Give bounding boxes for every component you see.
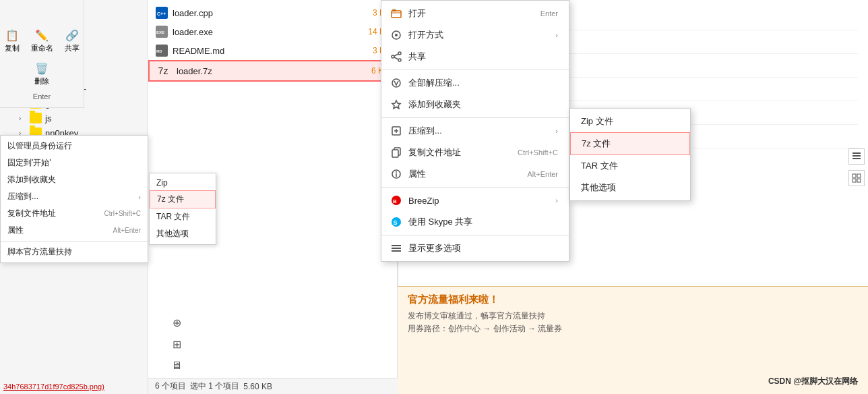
mini-menu-shortcut: Alt+Enter <box>113 227 141 234</box>
file-item-loader-cpp[interactable]: C++ loader.cpp 3 KB <box>148 3 397 22</box>
folder-icon <box>30 113 42 123</box>
bottom-icon-2[interactable]: ⊞ <box>168 336 185 352</box>
properties-icon <box>390 167 403 181</box>
menu-shortcut: Ctrl+Shift+C <box>518 148 558 157</box>
context-menu-item-properties[interactable]: 属性 Alt+Enter <box>381 163 569 185</box>
menu-shortcut: Enter <box>540 9 558 18</box>
menu-label: 打开方式 <box>408 29 443 41</box>
menu-label: 添加到收藏夹 <box>408 98 461 111</box>
right-sidebar-icons <box>848 148 865 186</box>
promo-desc-2: 用券路径：创作中心 → 创作活动 → 流量券 <box>408 322 858 335</box>
mini-menu-script[interactable]: 脚本官方流量扶持 <box>1 244 148 260</box>
shortcut-label: Enter <box>33 92 51 101</box>
mini-submenu-tar[interactable]: TAR 文件 <box>150 208 216 225</box>
svg-marker-16 <box>392 101 400 109</box>
toolbar-label: 重命名 <box>31 43 53 53</box>
svg-rect-31 <box>852 155 861 157</box>
toolbar-delete-btn[interactable]: 🗑️ 删除 <box>30 59 53 89</box>
mini-menu-shortcut: Ctrl+Shift+C <box>104 210 141 217</box>
context-menu-item-openwith[interactable]: 打开方式 › <box>381 24 569 46</box>
svg-rect-29 <box>392 250 401 252</box>
svg-rect-32 <box>852 158 861 159</box>
svg-rect-28 <box>392 248 401 249</box>
context-menu-item-skype[interactable]: S 使用 Skype 共享 <box>381 211 569 233</box>
svg-point-22 <box>396 171 397 173</box>
selected-count: 选中 1 个项目 <box>190 381 239 392</box>
svg-rect-7 <box>392 9 396 11</box>
svg-point-11 <box>392 55 394 58</box>
extract-icon <box>390 76 403 90</box>
share-icon <box>390 50 403 63</box>
mini-menu-label: 复制文件地址 <box>7 208 56 219</box>
mini-submenu-zip[interactable]: Zip <box>150 175 216 190</box>
link-text: 34h7683717d1f97cd825b.png) <box>3 383 104 391</box>
submenu-item-tar[interactable]: TAR 文件 <box>570 155 690 177</box>
mini-menu-pin[interactable]: 固定到'开始' <box>1 154 148 171</box>
md-file-icon: MD <box>155 44 168 57</box>
open-icon <box>390 7 403 20</box>
mini-menu-label: 属性 <box>7 225 24 236</box>
context-menu-item-more[interactable]: 显示更多选项 <box>381 237 569 259</box>
submenu-label: TAR 文件 <box>581 160 618 172</box>
context-menu-item-share[interactable]: 共享 <box>381 46 569 67</box>
svg-text:C++: C++ <box>157 11 166 16</box>
file-item-readme[interactable]: MD README.md 3 KB <box>148 41 397 60</box>
submenu-label: Zip 文件 <box>581 115 613 128</box>
file-name: loader.cpp <box>173 8 213 18</box>
bottom-icon-1[interactable]: ⊕ <box>168 314 185 331</box>
promo-area: 官方流量福利来啦！ 发布博文审核通过，畅享官方流量扶持 用券路径：创作中心 → … <box>398 286 868 394</box>
context-menu-item-open[interactable]: 打开 Enter <box>381 3 569 24</box>
sidebar-item-js[interactable]: › js <box>0 111 148 125</box>
mini-submenu-label: 7z 文件 <box>157 194 184 205</box>
promo-desc-1: 发布博文审核通过，畅享官方流量扶持 <box>408 310 858 322</box>
mini-submenu-label: TAR 文件 <box>156 211 190 223</box>
svg-point-9 <box>395 34 398 36</box>
submenu-item-7z[interactable]: 7z 文件 <box>570 132 690 155</box>
mini-submenu-label: 其他选项 <box>156 228 189 240</box>
toolbar-label: 删除 <box>34 76 49 86</box>
submenu-label: 7z 文件 <box>582 138 611 150</box>
mini-menu-favorite[interactable]: 添加到收藏夹 <box>1 171 148 188</box>
delete-icon: 🗑️ <box>35 62 49 75</box>
mini-submenu-label: Zip <box>156 178 168 188</box>
svg-rect-36 <box>857 179 861 182</box>
context-menu-item-copypath[interactable]: 复制文件地址 Ctrl+Shift+C <box>381 142 569 163</box>
list-view-icon[interactable] <box>848 148 865 165</box>
toolbar-label: 复制 <box>5 43 20 53</box>
copypath-icon <box>390 146 403 159</box>
copy-icon: 📋 <box>5 29 19 42</box>
submenu-item-zip[interactable]: Zip 文件 <box>570 111 690 132</box>
context-menu-item-breezip[interactable]: B BreeZip › <box>381 190 569 211</box>
separator <box>381 69 569 70</box>
compress-icon <box>390 124 403 138</box>
file-item-loader-exe[interactable]: EXE loader.exe 14 KB <box>148 22 397 41</box>
svg-rect-35 <box>852 179 856 182</box>
context-menu-item-favorite[interactable]: 添加到收藏夹 <box>381 94 569 115</box>
mini-menu-admin[interactable]: 以管理员身份运行 <box>1 138 148 154</box>
toolbar-rename-btn[interactable]: ✏️ 重命名 <box>27 26 57 56</box>
selected-size: 5.60 KB <box>243 382 272 391</box>
grid-view-icon[interactable] <box>848 170 865 186</box>
menu-label: 使用 Skype 共享 <box>408 216 472 228</box>
mini-menu-copypath[interactable]: 复制文件地址 Ctrl+Shift+C <box>1 205 148 222</box>
submenu-item-other[interactable]: 其他选项 <box>570 177 690 198</box>
mini-menu-compress[interactable]: 压缩到... › Zip 7z 文件 TAR 文件 其他选项 <box>1 188 148 205</box>
submenu-arrow-icon: › <box>555 127 558 135</box>
bottom-icon-3[interactable]: 🖥 <box>168 358 185 374</box>
mini-menu-properties[interactable]: 属性 Alt+Enter <box>1 222 148 239</box>
toolbar-copy-btn[interactable]: 📋 复制 <box>1 26 24 56</box>
submenu-arrow-icon: › <box>555 31 558 39</box>
svg-text:B: B <box>393 198 397 204</box>
svg-line-13 <box>394 54 398 56</box>
mini-submenu-7z[interactable]: 7z 文件 <box>150 190 216 208</box>
context-menu-item-compress[interactable]: 压缩到... › <box>381 120 569 142</box>
svg-rect-34 <box>857 174 861 177</box>
bottom-link[interactable]: 34h7683717d1f97cd825b.png) <box>3 383 104 391</box>
sidebar-item-label: js <box>45 113 51 123</box>
file-item-loader-7z[interactable]: 7z loader.7z 6 KB <box>148 60 397 82</box>
file-name: README.md <box>173 46 224 56</box>
mini-submenu-other[interactable]: 其他选项 <box>150 225 216 242</box>
menu-label: BreeZip <box>408 196 439 206</box>
toolbar-share-btn[interactable]: 🔗 共享 <box>61 26 84 56</box>
context-menu-item-extract[interactable]: 全部解压缩... <box>381 72 569 94</box>
